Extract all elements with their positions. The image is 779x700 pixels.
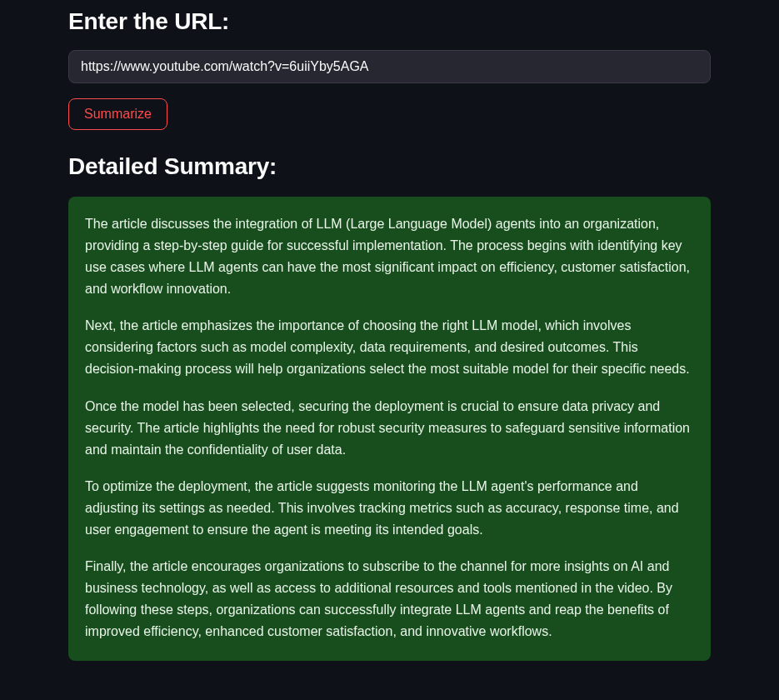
summary-paragraph: Finally, the article encourages organiza…: [85, 556, 694, 642]
main-container: Enter the URL: Summarize Detailed Summar…: [0, 0, 779, 686]
summary-paragraph: Once the model has been selected, securi…: [85, 396, 694, 461]
summary-paragraph: Next, the article emphasizes the importa…: [85, 315, 694, 380]
summary-paragraph: The article discusses the integration of…: [85, 213, 694, 300]
summary-heading: Detailed Summary:: [68, 153, 711, 180]
url-heading: Enter the URL:: [68, 8, 711, 35]
summary-paragraph: To optimize the deployment, the article …: [85, 476, 694, 541]
summarize-button[interactable]: Summarize: [68, 98, 167, 130]
summary-box: The article discusses the integration of…: [68, 197, 711, 661]
url-input[interactable]: [68, 50, 711, 83]
